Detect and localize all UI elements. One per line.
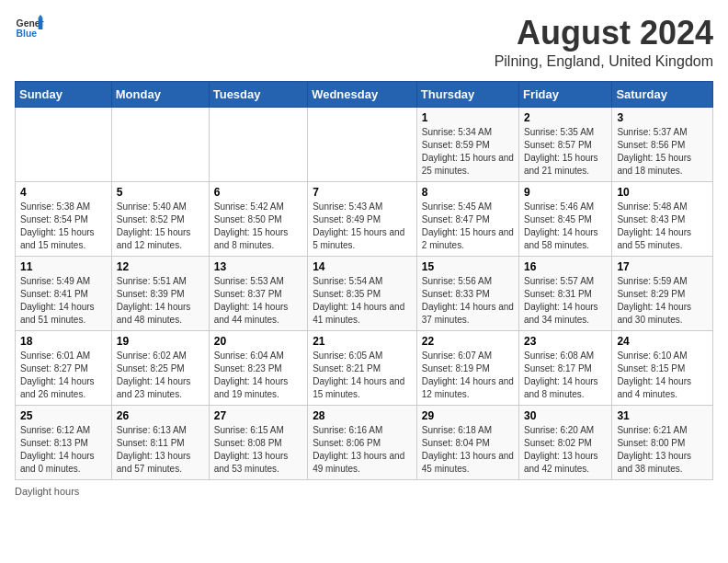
day-detail: Sunrise: 5:45 AMSunset: 8:47 PMDaylight:… bbox=[422, 201, 514, 252]
day-number: 31 bbox=[617, 409, 708, 422]
day-number: 16 bbox=[524, 260, 607, 273]
header: General Blue August 2024 Pilning, Englan… bbox=[15, 15, 713, 70]
calendar-cell: 24Sunrise: 6:10 AMSunset: 8:15 PMDayligh… bbox=[612, 330, 713, 405]
calendar-cell: 9Sunrise: 5:46 AMSunset: 8:45 PMDaylight… bbox=[518, 181, 611, 256]
day-detail: Sunrise: 6:20 AMSunset: 8:02 PMDaylight:… bbox=[524, 424, 607, 476]
day-number: 17 bbox=[617, 260, 708, 273]
calendar-cell: 19Sunrise: 6:02 AMSunset: 8:25 PMDayligh… bbox=[111, 330, 209, 405]
day-header-wednesday: Wednesday bbox=[308, 81, 417, 107]
day-number: 3 bbox=[617, 111, 708, 124]
day-number: 21 bbox=[313, 335, 412, 348]
week-row-2: 4Sunrise: 5:38 AMSunset: 8:54 PMDaylight… bbox=[16, 181, 713, 256]
day-detail: Sunrise: 6:01 AMSunset: 8:27 PMDaylight:… bbox=[20, 350, 107, 401]
day-detail: Sunrise: 6:02 AMSunset: 8:25 PMDaylight:… bbox=[117, 350, 204, 401]
day-header-thursday: Thursday bbox=[416, 81, 518, 107]
calendar-cell: 22Sunrise: 6:07 AMSunset: 8:19 PMDayligh… bbox=[416, 330, 518, 405]
day-number: 9 bbox=[524, 186, 607, 199]
calendar-cell: 10Sunrise: 5:48 AMSunset: 8:43 PMDayligh… bbox=[612, 181, 713, 256]
day-detail: Sunrise: 5:38 AMSunset: 8:54 PMDaylight:… bbox=[20, 201, 107, 252]
calendar-cell: 18Sunrise: 6:01 AMSunset: 8:27 PMDayligh… bbox=[16, 330, 112, 405]
calendar-cell: 13Sunrise: 5:53 AMSunset: 8:37 PMDayligh… bbox=[209, 256, 307, 330]
day-header-tuesday: Tuesday bbox=[209, 81, 307, 107]
calendar-cell: 8Sunrise: 5:45 AMSunset: 8:47 PMDaylight… bbox=[416, 181, 518, 256]
day-detail: Sunrise: 6:18 AMSunset: 8:04 PMDaylight:… bbox=[422, 424, 514, 476]
day-number: 1 bbox=[422, 111, 514, 124]
day-number: 4 bbox=[20, 186, 107, 199]
day-number: 22 bbox=[422, 335, 514, 348]
calendar-cell: 11Sunrise: 5:49 AMSunset: 8:41 PMDayligh… bbox=[16, 256, 112, 330]
day-detail: Sunrise: 5:46 AMSunset: 8:45 PMDaylight:… bbox=[524, 201, 607, 252]
calendar-cell: 1Sunrise: 5:34 AMSunset: 8:59 PMDaylight… bbox=[416, 107, 518, 181]
calendar-cell: 16Sunrise: 5:57 AMSunset: 8:31 PMDayligh… bbox=[518, 256, 611, 330]
footer-text: Daylight hours bbox=[15, 486, 79, 497]
calendar-cell: 4Sunrise: 5:38 AMSunset: 8:54 PMDaylight… bbox=[16, 181, 112, 256]
calendar-cell bbox=[209, 107, 307, 181]
day-detail: Sunrise: 5:57 AMSunset: 8:31 PMDaylight:… bbox=[524, 275, 607, 327]
day-number: 30 bbox=[524, 409, 607, 422]
day-detail: Sunrise: 6:16 AMSunset: 8:06 PMDaylight:… bbox=[313, 424, 412, 476]
day-number: 8 bbox=[422, 186, 514, 199]
calendar-cell: 3Sunrise: 5:37 AMSunset: 8:56 PMDaylight… bbox=[612, 107, 713, 181]
day-detail: Sunrise: 5:37 AMSunset: 8:56 PMDaylight:… bbox=[617, 126, 708, 178]
calendar-cell: 14Sunrise: 5:54 AMSunset: 8:35 PMDayligh… bbox=[308, 256, 417, 330]
calendar-cell: 31Sunrise: 6:21 AMSunset: 8:00 PMDayligh… bbox=[612, 405, 713, 479]
title-area: August 2024 Pilning, England, United Kin… bbox=[495, 15, 713, 70]
day-number: 26 bbox=[117, 409, 204, 422]
day-number: 25 bbox=[20, 409, 107, 422]
day-detail: Sunrise: 6:07 AMSunset: 8:19 PMDaylight:… bbox=[422, 350, 514, 401]
calendar-cell bbox=[111, 107, 209, 181]
day-number: 24 bbox=[617, 335, 708, 348]
calendar-cell: 12Sunrise: 5:51 AMSunset: 8:39 PMDayligh… bbox=[111, 256, 209, 330]
calendar-cell: 20Sunrise: 6:04 AMSunset: 8:23 PMDayligh… bbox=[209, 330, 307, 405]
day-detail: Sunrise: 5:53 AMSunset: 8:37 PMDaylight:… bbox=[214, 275, 302, 327]
day-header-friday: Friday bbox=[518, 81, 611, 107]
calendar-cell: 27Sunrise: 6:15 AMSunset: 8:08 PMDayligh… bbox=[209, 405, 307, 479]
day-detail: Sunrise: 5:56 AMSunset: 8:33 PMDaylight:… bbox=[422, 275, 514, 327]
day-detail: Sunrise: 5:54 AMSunset: 8:35 PMDaylight:… bbox=[313, 275, 412, 327]
calendar-cell: 26Sunrise: 6:13 AMSunset: 8:11 PMDayligh… bbox=[111, 405, 209, 479]
calendar-cell: 15Sunrise: 5:56 AMSunset: 8:33 PMDayligh… bbox=[416, 256, 518, 330]
day-detail: Sunrise: 6:04 AMSunset: 8:23 PMDaylight:… bbox=[214, 350, 302, 401]
header-row: SundayMondayTuesdayWednesdayThursdayFrid… bbox=[16, 81, 713, 107]
day-number: 27 bbox=[214, 409, 302, 422]
calendar-cell: 6Sunrise: 5:42 AMSunset: 8:50 PMDaylight… bbox=[209, 181, 307, 256]
day-header-sunday: Sunday bbox=[16, 81, 112, 107]
calendar-table: SundayMondayTuesdayWednesdayThursdayFrid… bbox=[15, 81, 713, 480]
logo-icon: General Blue bbox=[15, 15, 44, 40]
day-detail: Sunrise: 6:12 AMSunset: 8:13 PMDaylight:… bbox=[20, 424, 107, 476]
day-detail: Sunrise: 6:10 AMSunset: 8:15 PMDaylight:… bbox=[617, 350, 708, 401]
calendar-cell: 25Sunrise: 6:12 AMSunset: 8:13 PMDayligh… bbox=[16, 405, 112, 479]
day-number: 12 bbox=[117, 260, 204, 273]
calendar-cell: 7Sunrise: 5:43 AMSunset: 8:49 PMDaylight… bbox=[308, 181, 417, 256]
day-detail: Sunrise: 5:40 AMSunset: 8:52 PMDaylight:… bbox=[117, 201, 204, 252]
week-row-3: 11Sunrise: 5:49 AMSunset: 8:41 PMDayligh… bbox=[16, 256, 713, 330]
day-number: 13 bbox=[214, 260, 302, 273]
calendar-cell: 17Sunrise: 5:59 AMSunset: 8:29 PMDayligh… bbox=[612, 256, 713, 330]
calendar-cell: 23Sunrise: 6:08 AMSunset: 8:17 PMDayligh… bbox=[518, 330, 611, 405]
day-number: 2 bbox=[524, 111, 607, 124]
calendar-cell: 29Sunrise: 6:18 AMSunset: 8:04 PMDayligh… bbox=[416, 405, 518, 479]
calendar-cell bbox=[16, 107, 112, 181]
calendar-cell: 28Sunrise: 6:16 AMSunset: 8:06 PMDayligh… bbox=[308, 405, 417, 479]
day-detail: Sunrise: 5:49 AMSunset: 8:41 PMDaylight:… bbox=[20, 275, 107, 327]
day-header-monday: Monday bbox=[111, 81, 209, 107]
calendar-cell: 30Sunrise: 6:20 AMSunset: 8:02 PMDayligh… bbox=[518, 405, 611, 479]
week-row-1: 1Sunrise: 5:34 AMSunset: 8:59 PMDaylight… bbox=[16, 107, 713, 181]
day-detail: Sunrise: 6:05 AMSunset: 8:21 PMDaylight:… bbox=[313, 350, 412, 401]
main-title: August 2024 bbox=[495, 15, 713, 52]
svg-text:Blue: Blue bbox=[17, 29, 38, 39]
day-number: 23 bbox=[524, 335, 607, 348]
day-number: 19 bbox=[117, 335, 204, 348]
day-number: 11 bbox=[20, 260, 107, 273]
logo: General Blue bbox=[15, 15, 44, 40]
day-detail: Sunrise: 5:43 AMSunset: 8:49 PMDaylight:… bbox=[313, 201, 412, 252]
day-number: 5 bbox=[117, 186, 204, 199]
week-row-5: 25Sunrise: 6:12 AMSunset: 8:13 PMDayligh… bbox=[16, 405, 713, 479]
day-number: 7 bbox=[313, 186, 412, 199]
day-detail: Sunrise: 5:59 AMSunset: 8:29 PMDaylight:… bbox=[617, 275, 708, 327]
day-detail: Sunrise: 6:13 AMSunset: 8:11 PMDaylight:… bbox=[117, 424, 204, 476]
day-number: 10 bbox=[617, 186, 708, 199]
calendar-cell: 5Sunrise: 5:40 AMSunset: 8:52 PMDaylight… bbox=[111, 181, 209, 256]
day-number: 28 bbox=[313, 409, 412, 422]
calendar-cell bbox=[308, 107, 417, 181]
